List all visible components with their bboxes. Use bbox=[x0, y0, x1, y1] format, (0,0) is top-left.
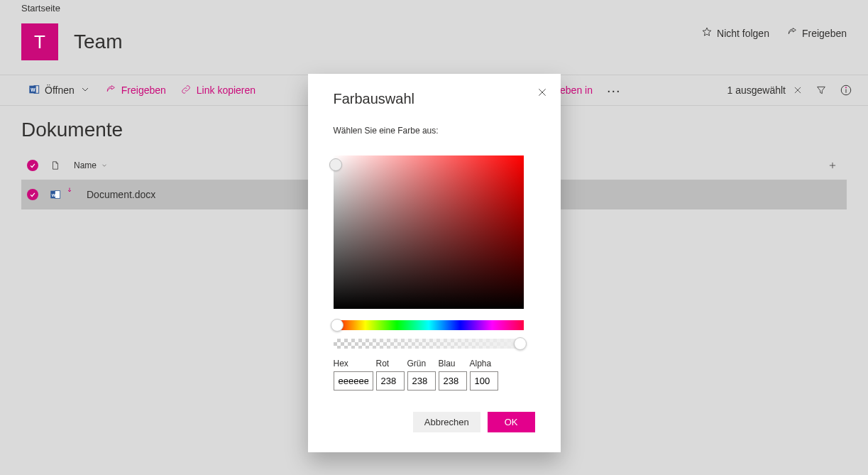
sv-thumb[interactable] bbox=[329, 158, 342, 171]
hue-slider[interactable] bbox=[334, 320, 524, 330]
color-picker-dialog: Farbauswahl Wählen Sie eine Farbe aus: H… bbox=[308, 74, 561, 452]
hex-label: Hex bbox=[334, 359, 373, 368]
alpha-thumb[interactable] bbox=[514, 337, 527, 350]
saturation-value-picker[interactable] bbox=[334, 155, 524, 309]
ok-button[interactable]: OK bbox=[488, 412, 535, 432]
red-input[interactable] bbox=[376, 371, 405, 391]
alpha-label: Alpha bbox=[470, 359, 498, 368]
modal-overlay: Farbauswahl Wählen Sie eine Farbe aus: H… bbox=[0, 0, 868, 475]
close-dialog-button[interactable] bbox=[537, 87, 548, 100]
dialog-title: Farbauswahl bbox=[334, 91, 535, 107]
green-input[interactable] bbox=[407, 371, 436, 391]
alpha-slider[interactable] bbox=[334, 339, 524, 349]
blue-input[interactable] bbox=[439, 371, 467, 391]
dialog-subtitle: Wählen Sie eine Farbe aus: bbox=[334, 126, 535, 136]
green-label: Grün bbox=[407, 359, 436, 368]
red-label: Rot bbox=[376, 359, 405, 368]
color-inputs: Hex Rot Grün Blau Alpha bbox=[334, 359, 535, 391]
hex-input[interactable] bbox=[334, 371, 373, 391]
cancel-button[interactable]: Abbrechen bbox=[413, 412, 480, 432]
blue-label: Blau bbox=[439, 359, 467, 368]
hue-thumb[interactable] bbox=[331, 319, 344, 332]
alpha-input[interactable] bbox=[470, 371, 498, 391]
dialog-buttons: Abbrechen OK bbox=[334, 412, 535, 432]
